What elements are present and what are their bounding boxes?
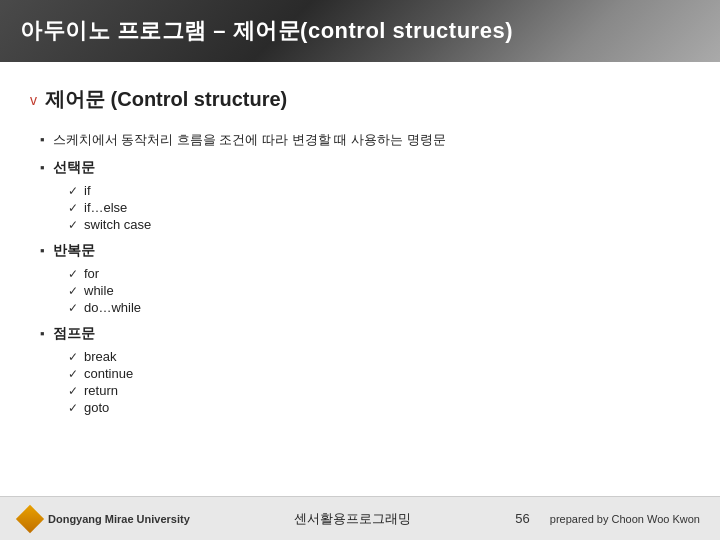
sub-list: ✓ break ✓ continue ✓ return ✓ goto [68, 349, 690, 415]
sub-item-text: switch case [84, 217, 151, 232]
check-icon: ✓ [68, 384, 78, 398]
sub-item: ✓ switch case [68, 217, 690, 232]
check-icon: ✓ [68, 367, 78, 381]
sub-item-text: continue [84, 366, 133, 381]
item-bullet: ▪ [40, 326, 45, 341]
sub-item: ✓ if…else [68, 200, 690, 215]
list-item-loop: ▪ 반복문 ✓ for ✓ while ✓ do…while [40, 242, 690, 315]
list-item: ▪ 스케치에서 동작처리 흐름을 조건에 따라 변경할 때 사용하는 명령문 [40, 131, 690, 149]
sub-item-text: do…while [84, 300, 141, 315]
sub-item: ✓ return [68, 383, 690, 398]
item-text: 점프문 [53, 325, 95, 343]
sub-item: ✓ continue [68, 366, 690, 381]
check-icon: ✓ [68, 184, 78, 198]
content-list: ▪ 스케치에서 동작처리 흐름을 조건에 따라 변경할 때 사용하는 명령문 ▪… [30, 131, 690, 415]
item-bullet: ▪ [40, 160, 45, 175]
sub-list: ✓ if ✓ if…else ✓ switch case [68, 183, 690, 232]
sub-list: ✓ for ✓ while ✓ do…while [68, 266, 690, 315]
footer-diamond-icon [16, 504, 44, 532]
footer-university: Dongyang Mirae University [48, 513, 190, 525]
item-bullet: ▪ [40, 243, 45, 258]
item-text: 선택문 [53, 159, 95, 177]
sub-item: ✓ if [68, 183, 690, 198]
sub-item: ✓ goto [68, 400, 690, 415]
section-bullet: v [30, 92, 37, 108]
footer-page-area: 56 prepared by Choon Woo Kwon [515, 511, 700, 526]
sub-item: ✓ while [68, 283, 690, 298]
check-icon: ✓ [68, 301, 78, 315]
sub-item-text: while [84, 283, 114, 298]
sub-item: ✓ break [68, 349, 690, 364]
item-text: 스케치에서 동작처리 흐름을 조건에 따라 변경할 때 사용하는 명령문 [53, 131, 446, 149]
footer-center: 센서활용프로그래밍 [294, 510, 411, 528]
section-heading: 제어문 (Control structure) [45, 86, 287, 113]
check-icon: ✓ [68, 218, 78, 232]
list-item-selection: ▪ 선택문 ✓ if ✓ if…else ✓ switch case [40, 159, 690, 232]
main-content: v 제어문 (Control structure) ▪ 스케치에서 동작처리 흐… [0, 62, 720, 449]
sub-item-text: if…else [84, 200, 127, 215]
header-title: 아두이노 프로그램 – 제어문(control structures) [20, 16, 513, 46]
item-bullet: ▪ [40, 132, 45, 147]
sub-item: ✓ for [68, 266, 690, 281]
check-icon: ✓ [68, 401, 78, 415]
check-icon: ✓ [68, 284, 78, 298]
check-icon: ✓ [68, 350, 78, 364]
sub-item-text: if [84, 183, 91, 198]
item-text: 반복문 [53, 242, 95, 260]
sub-item-text: goto [84, 400, 109, 415]
footer: Dongyang Mirae University 센서활용프로그래밍 56 p… [0, 496, 720, 540]
section-title: v 제어문 (Control structure) [30, 86, 690, 113]
sub-item: ✓ do…while [68, 300, 690, 315]
check-icon: ✓ [68, 267, 78, 281]
sub-item-text: return [84, 383, 118, 398]
footer-left: Dongyang Mirae University [20, 509, 190, 529]
sub-item-text: for [84, 266, 99, 281]
sub-item-text: break [84, 349, 117, 364]
footer-page: 56 [515, 511, 529, 526]
list-item-jump: ▪ 점프문 ✓ break ✓ continue ✓ return ✓ [40, 325, 690, 415]
check-icon: ✓ [68, 201, 78, 215]
header: 아두이노 프로그램 – 제어문(control structures) [0, 0, 720, 62]
footer-course: 센서활용프로그래밍 [294, 511, 411, 526]
footer-prepared: prepared by Choon Woo Kwon [550, 513, 700, 525]
